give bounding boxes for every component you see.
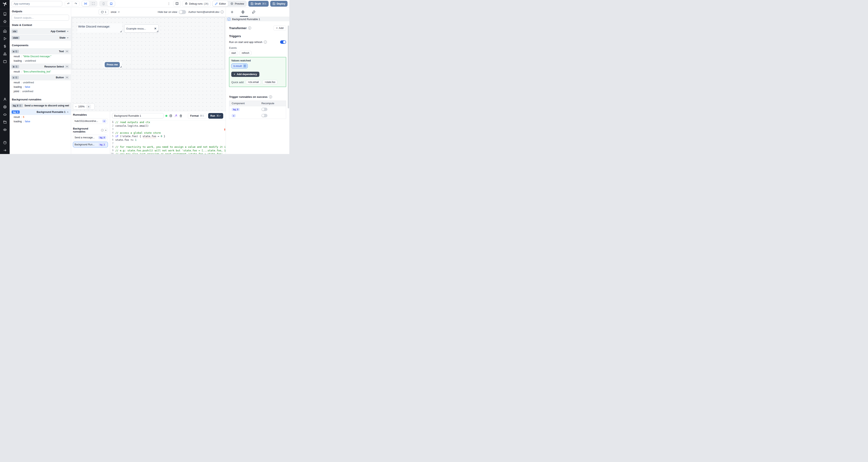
ai-robot-icon[interactable] bbox=[0, 111, 10, 118]
format-button[interactable]: Format ⌘S bbox=[188, 113, 206, 119]
settings-gear-icon[interactable] bbox=[0, 103, 10, 111]
favorites-star-icon[interactable] bbox=[0, 18, 10, 25]
center-layout-button[interactable] bbox=[82, 1, 89, 6]
code-line[interactable]: 2console.log(ctx.email) bbox=[110, 124, 226, 128]
collapse-arrow-icon[interactable] bbox=[0, 146, 10, 154]
cache-db-icon[interactable] bbox=[169, 114, 173, 118]
scrollbar-thumb[interactable] bbox=[288, 26, 289, 108]
audit-eye-icon[interactable] bbox=[0, 126, 10, 134]
code-line[interactable]: 8// for reactivity to work, you need to … bbox=[110, 145, 226, 149]
add-transformer-button[interactable]: +Add bbox=[274, 25, 286, 31]
undo-button[interactable]: ↶ bbox=[65, 1, 72, 6]
collapse-chevron-icon[interactable] bbox=[65, 50, 69, 53]
code-area[interactable]: 1// read outputs and ctx2console.log(ctx… bbox=[110, 120, 226, 154]
redo-button[interactable]: ↷ bbox=[72, 1, 80, 6]
runnable-item-hub[interactable]: hub/1511/discord/se... c bbox=[73, 118, 108, 124]
clear-select-icon[interactable]: ✕ bbox=[154, 27, 157, 30]
bg1-row[interactable]: bg_1 Background Runnable 1 bbox=[10, 109, 71, 115]
component-settings-tab-icon[interactable] bbox=[241, 10, 245, 14]
code-line[interactable]: 10// you may also just reassign as next … bbox=[110, 152, 226, 154]
search-outputs-input[interactable] bbox=[12, 15, 69, 21]
watched-dependency-chip[interactable]: b.result ✕ bbox=[231, 63, 248, 68]
code-line[interactable]: 6state.foo += 1 bbox=[110, 138, 226, 142]
button-component[interactable]: Press me bbox=[103, 61, 122, 68]
code-line[interactable]: 4// access a global state store bbox=[110, 131, 226, 135]
schedule-dropdown[interactable]: once bbox=[111, 10, 120, 13]
collapse-chevron-icon[interactable] bbox=[65, 76, 69, 79]
resize-handle[interactable] bbox=[120, 66, 122, 67]
refresh-count-button[interactable]: 1 bbox=[99, 9, 108, 15]
runnable-item-bg1-selected[interactable]: Background Run... bg_1 bbox=[73, 142, 108, 147]
app-summary-input[interactable] bbox=[11, 1, 62, 6]
deploy-button[interactable]: Deploy bbox=[270, 1, 287, 7]
resize-handle[interactable] bbox=[120, 31, 122, 32]
component-row-c[interactable]: c Button bbox=[10, 74, 71, 80]
code-line[interactable]: 5if (!state.foo) { state.foo = 0 } bbox=[110, 134, 226, 138]
info-icon[interactable]: i bbox=[269, 95, 272, 98]
ai-wand-icon[interactable] bbox=[174, 114, 178, 118]
folders-icon[interactable] bbox=[0, 118, 10, 126]
recompute-toggle-c[interactable] bbox=[261, 114, 268, 117]
code-line[interactable]: 9// e.g: state.foo.push(1) will not work… bbox=[110, 149, 226, 153]
text-component[interactable]: Write Discord message: bbox=[78, 24, 122, 33]
info-icon[interactable]: i bbox=[248, 27, 251, 30]
schedules-icon[interactable] bbox=[0, 58, 10, 65]
styling-brush-tab-icon[interactable] bbox=[252, 10, 255, 14]
quick-add-ctx-email[interactable]: +ctx.email bbox=[246, 80, 261, 84]
windmill-logo-icon[interactable] bbox=[2, 2, 7, 7]
draft-button[interactable]: Draft ⌘S bbox=[248, 1, 269, 7]
format-label: Format bbox=[190, 114, 198, 117]
mobile-view-button[interactable] bbox=[100, 1, 107, 6]
code-line[interactable]: 7 bbox=[110, 142, 226, 145]
remove-dependency-icon[interactable]: ✕ bbox=[243, 64, 247, 68]
hide-bar-toggle[interactable] bbox=[179, 10, 186, 14]
fullscreen-button[interactable] bbox=[89, 1, 97, 6]
bg0-row[interactable]: bg_0 Send a message to discord using web… bbox=[10, 103, 71, 108]
code-line[interactable]: 3 bbox=[110, 128, 226, 131]
desktop-view-button[interactable] bbox=[107, 1, 115, 6]
output-row-ctx[interactable]: ctx App Context bbox=[10, 28, 71, 34]
debug-runs-button[interactable]: Debug runs (26) bbox=[182, 1, 211, 7]
row-badge-c: c bbox=[232, 114, 236, 117]
zoom-out-button[interactable]: − bbox=[75, 105, 76, 108]
more-menu-button[interactable]: ⋮ bbox=[166, 2, 172, 5]
press-me-button[interactable]: Press me bbox=[105, 62, 120, 67]
runnable-item-bg0[interactable]: Send a message... bg_0 bbox=[73, 135, 108, 140]
home-icon[interactable] bbox=[0, 27, 10, 35]
run-button[interactable]: Run ⌘↵ bbox=[208, 113, 223, 119]
resources-icon[interactable] bbox=[0, 50, 10, 58]
user-icon[interactable] bbox=[0, 95, 10, 103]
preview-tab[interactable]: Preview bbox=[228, 1, 246, 6]
workspace-icon[interactable] bbox=[0, 10, 10, 18]
bug-icon bbox=[185, 2, 188, 5]
insert-component-tab-icon[interactable] bbox=[230, 10, 234, 14]
resize-handle[interactable] bbox=[157, 31, 158, 32]
recompute-toggle-bg0[interactable] bbox=[261, 108, 268, 111]
variables-icon[interactable] bbox=[0, 42, 10, 50]
output-row-state[interactable]: state State bbox=[10, 35, 71, 40]
collapse-chevron-icon[interactable] bbox=[65, 65, 69, 68]
runnable-name-input[interactable] bbox=[112, 113, 163, 119]
hand-pointer-icon bbox=[15, 65, 18, 68]
info-icon[interactable]: i bbox=[101, 129, 103, 132]
resource-select-component[interactable]: Example resou... ✕ bbox=[124, 25, 159, 33]
add-dependency-button[interactable]: + Add dependency bbox=[231, 72, 259, 77]
help-icon[interactable] bbox=[0, 139, 10, 146]
zoom-in-button[interactable]: + bbox=[86, 104, 91, 109]
runs-icon[interactable] bbox=[0, 35, 10, 42]
values-watched-title: Values watched bbox=[231, 59, 284, 62]
docs-book-button[interactable] bbox=[173, 1, 181, 7]
component-row-a[interactable]: a Text bbox=[10, 48, 71, 54]
app-canvas[interactable]: Write Discord message: Example resou... … bbox=[71, 16, 226, 111]
run-on-start-toggle[interactable] bbox=[280, 40, 286, 44]
info-icon[interactable]: i bbox=[264, 40, 267, 43]
code-line[interactable]: 1// read outputs and ctx bbox=[110, 121, 226, 124]
left-nav bbox=[0, 0, 10, 154]
quick-add-state-foo[interactable]: +state.foo bbox=[262, 80, 277, 84]
state-badge: state bbox=[12, 36, 20, 39]
editor-tab[interactable]: Editor bbox=[213, 1, 228, 6]
add-runnable-button[interactable]: + bbox=[104, 128, 108, 132]
component-row-b[interactable]: b Resource Select bbox=[10, 64, 71, 69]
delete-trash-icon[interactable] bbox=[179, 114, 182, 118]
info-icon[interactable]: i bbox=[221, 10, 224, 13]
